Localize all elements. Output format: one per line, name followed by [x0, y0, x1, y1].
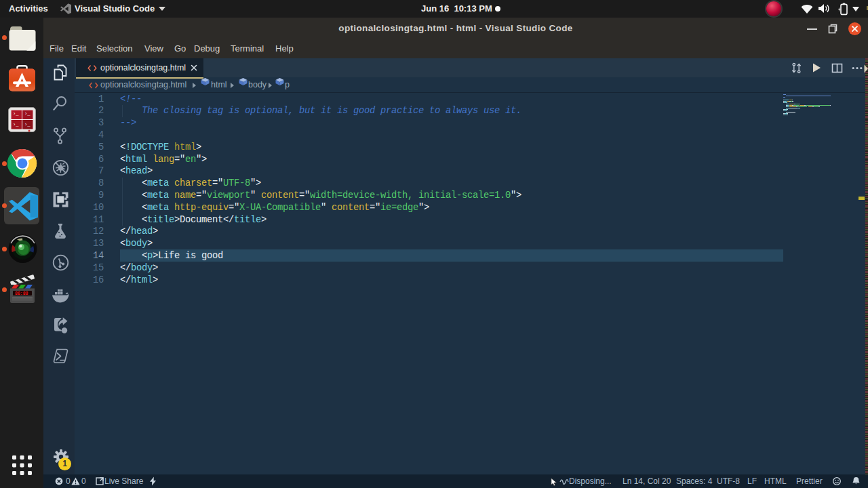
svg-text:›_: ›_: [13, 111, 19, 117]
svg-text:88:88: 88:88: [15, 291, 28, 296]
svg-text:›_: ›_: [13, 122, 19, 127]
svg-text:›_: ›_: [24, 122, 31, 127]
svg-text:›_: ›_: [24, 111, 31, 117]
